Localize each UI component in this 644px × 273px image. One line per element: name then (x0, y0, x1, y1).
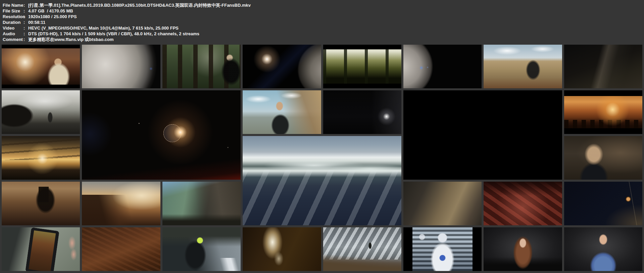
meta-label: Video (3, 25, 23, 31)
meta-row-filesize: File Size : 4.07 GB / 4170.05 MB (3, 8, 644, 14)
meta-label: File Size (3, 8, 23, 14)
video-thumbnail (2, 90, 80, 134)
video-thumbnail (484, 182, 562, 225)
video-thumbnail (82, 227, 160, 271)
meta-row-video: Video : HEVC (V_MPEGH/ISO/HEVC, Main 10@… (3, 25, 644, 31)
meta-separator: : (23, 2, 28, 8)
video-thumbnail (243, 90, 321, 134)
media-info-header: File Name : [行星.第一季.01].The.Planets.01.2… (0, 0, 644, 45)
video-thumbnail (162, 227, 241, 271)
video-thumbnail-large (403, 90, 562, 180)
video-thumbnail (484, 227, 562, 271)
video-thumbnail (82, 45, 160, 88)
meta-label: File Name (3, 2, 23, 8)
video-thumbnail (243, 45, 321, 88)
meta-row-filename: File Name : [行星.第一季.01].The.Planets.01.2… (3, 2, 644, 8)
video-thumbnail (564, 136, 642, 180)
meta-label: Duration (3, 19, 23, 25)
meta-separator: : (23, 8, 28, 14)
video-thumbnail (243, 227, 321, 271)
thumbnail-grid (0, 45, 644, 271)
video-thumbnail (564, 45, 642, 88)
meta-label: Comment (3, 37, 23, 42)
meta-separator: : (23, 14, 28, 19)
meta-separator: : (23, 19, 28, 25)
video-thumbnail (2, 45, 80, 88)
video-thumbnail-large (82, 90, 241, 180)
meta-label: Audio (3, 31, 23, 37)
meta-label: Resolution (3, 14, 23, 19)
video-thumbnail (2, 227, 80, 271)
meta-separator: : (23, 25, 28, 31)
video-thumbnail (162, 182, 241, 225)
video-thumbnail (82, 182, 160, 225)
video-thumbnail (403, 45, 482, 88)
video-thumbnail (564, 90, 642, 134)
meta-separator: : (23, 31, 28, 37)
meta-value-resolution: 1920x1080 / 25.000 FPS (28, 14, 77, 19)
video-thumbnail (323, 90, 401, 134)
meta-value-audio: DTS (DTS-HD), 1 704 kb/s / 1 509 kb/s (V… (28, 31, 199, 37)
video-thumbnail (403, 227, 482, 271)
meta-row-duration: Duration : 00:58:11 (3, 19, 644, 25)
meta-row-comment: Comment : 更多精彩尽在www.ffans.vip 或btsbao.co… (3, 37, 644, 42)
video-thumbnail (564, 227, 642, 271)
video-thumbnail (323, 227, 401, 271)
video-thumbnail (2, 182, 80, 225)
meta-value-comment: 更多精彩尽在www.ffans.vip 或btsbao.com (28, 37, 113, 42)
meta-value-duration: 00:58:11 (28, 19, 45, 25)
video-thumbnail (564, 182, 642, 225)
meta-separator: : (23, 37, 28, 42)
video-thumbnail (403, 182, 482, 225)
meta-value-video: HEVC (V_MPEGH/ISO/HEVC, Main 10@L4@Main)… (28, 25, 179, 31)
meta-value-filesize: 4.07 GB / 4170.05 MB (28, 8, 73, 14)
meta-row-resolution: Resolution : 1920x1080 / 25.000 FPS (3, 14, 644, 19)
video-thumbnail (484, 45, 562, 88)
video-thumbnail-large (243, 136, 401, 225)
video-thumbnail (2, 136, 80, 180)
meta-row-audio: Audio : DTS (DTS-HD), 1 704 kb/s / 1 509… (3, 31, 644, 37)
meta-value-filename: [行星.第一季.01].The.Planets.01.2019.BD.1080P… (28, 2, 251, 8)
video-thumbnail (162, 45, 241, 88)
video-thumbnail (323, 45, 401, 88)
